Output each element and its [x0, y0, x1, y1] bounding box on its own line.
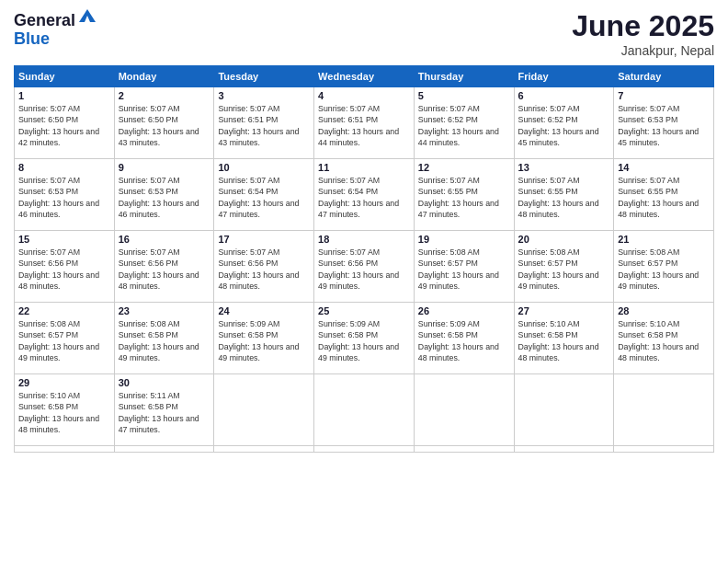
header-monday: Monday — [114, 66, 214, 87]
day-info: Sunrise: 5:10 AMSunset: 6:58 PMDaylight:… — [518, 318, 610, 363]
day-info: Sunrise: 5:07 AMSunset: 6:55 PMDaylight:… — [618, 175, 710, 220]
day-info: Sunrise: 5:07 AMSunset: 6:53 PMDaylight:… — [618, 103, 710, 148]
day-number: 24 — [218, 305, 310, 316]
title-location: Janakpur, Nepal — [572, 43, 714, 58]
table-row — [214, 446, 314, 453]
calendar-week-row: 15Sunrise: 5:07 AMSunset: 6:56 PMDayligh… — [15, 231, 714, 303]
calendar-week-row: 22Sunrise: 5:08 AMSunset: 6:57 PMDayligh… — [15, 303, 714, 374]
table-row: 11Sunrise: 5:07 AMSunset: 6:54 PMDayligh… — [314, 159, 415, 231]
day-info: Sunrise: 5:10 AMSunset: 6:58 PMDaylight:… — [618, 318, 710, 363]
day-info: Sunrise: 5:11 AMSunset: 6:58 PMDaylight:… — [119, 390, 210, 435]
title-month: June 2025 — [572, 9, 714, 43]
header-tuesday: Tuesday — [214, 66, 314, 87]
table-row — [314, 446, 415, 453]
table-row: 20Sunrise: 5:08 AMSunset: 6:57 PMDayligh… — [514, 231, 614, 303]
day-number: 17 — [218, 234, 310, 245]
logo: General Blue — [14, 9, 97, 49]
day-number: 13 — [518, 162, 610, 173]
title-block: June 2025 Janakpur, Nepal — [572, 9, 714, 58]
table-row: 13Sunrise: 5:07 AMSunset: 6:55 PMDayligh… — [514, 159, 614, 231]
table-row: 30Sunrise: 5:11 AMSunset: 6:58 PMDayligh… — [114, 374, 214, 446]
day-info: Sunrise: 5:07 AMSunset: 6:51 PMDaylight:… — [318, 103, 410, 148]
day-info: Sunrise: 5:07 AMSunset: 6:54 PMDaylight:… — [318, 175, 410, 220]
table-row: 2Sunrise: 5:07 AMSunset: 6:50 PMDaylight… — [114, 87, 214, 159]
table-row: 8Sunrise: 5:07 AMSunset: 6:53 PMDaylight… — [15, 159, 115, 231]
table-row: 1Sunrise: 5:07 AMSunset: 6:50 PMDaylight… — [15, 87, 115, 159]
day-number: 8 — [18, 162, 110, 173]
day-number: 15 — [18, 234, 110, 245]
day-number: 2 — [119, 90, 210, 101]
calendar-week-row: 8Sunrise: 5:07 AMSunset: 6:53 PMDaylight… — [15, 159, 714, 231]
day-info: Sunrise: 5:07 AMSunset: 6:52 PMDaylight:… — [418, 103, 510, 148]
header-sunday: Sunday — [15, 66, 115, 87]
header-saturday: Saturday — [614, 66, 714, 87]
table-row: 18Sunrise: 5:07 AMSunset: 6:56 PMDayligh… — [314, 231, 415, 303]
table-row: 10Sunrise: 5:07 AMSunset: 6:54 PMDayligh… — [214, 159, 314, 231]
day-info: Sunrise: 5:07 AMSunset: 6:50 PMDaylight:… — [119, 103, 210, 148]
table-row: 9Sunrise: 5:07 AMSunset: 6:53 PMDaylight… — [114, 159, 214, 231]
calendar-week-row: 29Sunrise: 5:10 AMSunset: 6:58 PMDayligh… — [15, 374, 714, 446]
day-number: 28 — [618, 305, 710, 316]
day-info: Sunrise: 5:07 AMSunset: 6:53 PMDaylight:… — [18, 175, 110, 220]
table-row: 3Sunrise: 5:07 AMSunset: 6:51 PMDaylight… — [214, 87, 314, 159]
table-row: 14Sunrise: 5:07 AMSunset: 6:55 PMDayligh… — [614, 159, 714, 231]
table-row: 23Sunrise: 5:08 AMSunset: 6:58 PMDayligh… — [114, 303, 214, 374]
day-info: Sunrise: 5:09 AMSunset: 6:58 PMDaylight:… — [218, 318, 310, 363]
day-number: 14 — [618, 162, 710, 173]
table-row — [514, 446, 614, 453]
day-number: 18 — [318, 234, 410, 245]
day-number: 20 — [518, 234, 610, 245]
table-row — [214, 374, 314, 446]
day-info: Sunrise: 5:09 AMSunset: 6:58 PMDaylight:… — [418, 318, 510, 363]
table-row: 26Sunrise: 5:09 AMSunset: 6:58 PMDayligh… — [414, 303, 514, 374]
table-row: 19Sunrise: 5:08 AMSunset: 6:57 PMDayligh… — [414, 231, 514, 303]
day-info: Sunrise: 5:10 AMSunset: 6:58 PMDaylight:… — [18, 390, 110, 435]
day-number: 4 — [318, 90, 410, 101]
day-info: Sunrise: 5:07 AMSunset: 6:55 PMDaylight:… — [518, 175, 610, 220]
day-info: Sunrise: 5:07 AMSunset: 6:55 PMDaylight:… — [418, 175, 510, 220]
day-number: 9 — [119, 162, 210, 173]
header: General Blue June 2025 Janakpur, Nepal — [14, 9, 714, 58]
day-number: 27 — [518, 305, 610, 316]
table-row — [514, 374, 614, 446]
page: General Blue June 2025 Janakpur, Nepal S… — [0, 0, 728, 563]
day-number: 16 — [119, 234, 210, 245]
table-row — [15, 446, 115, 453]
table-row: 6Sunrise: 5:07 AMSunset: 6:52 PMDaylight… — [514, 87, 614, 159]
calendar-week-row: 1Sunrise: 5:07 AMSunset: 6:50 PMDaylight… — [15, 87, 714, 159]
table-row: 16Sunrise: 5:07 AMSunset: 6:56 PMDayligh… — [114, 231, 214, 303]
table-row: 17Sunrise: 5:07 AMSunset: 6:56 PMDayligh… — [214, 231, 314, 303]
calendar-header-row: Sunday Monday Tuesday Wednesday Thursday… — [15, 66, 714, 87]
day-number: 23 — [119, 305, 210, 316]
day-number: 25 — [318, 305, 410, 316]
table-row: 24Sunrise: 5:09 AMSunset: 6:58 PMDayligh… — [214, 303, 314, 374]
day-number: 5 — [418, 90, 510, 101]
calendar-table: Sunday Monday Tuesday Wednesday Thursday… — [14, 65, 714, 453]
day-info: Sunrise: 5:08 AMSunset: 6:58 PMDaylight:… — [119, 318, 210, 363]
day-number: 10 — [218, 162, 310, 173]
day-info: Sunrise: 5:07 AMSunset: 6:56 PMDaylight:… — [218, 247, 310, 292]
logo-general: General — [14, 11, 75, 29]
table-row — [414, 374, 514, 446]
table-row: 7Sunrise: 5:07 AMSunset: 6:53 PMDaylight… — [614, 87, 714, 159]
header-wednesday: Wednesday — [314, 66, 415, 87]
day-number: 29 — [18, 377, 110, 388]
day-number: 22 — [18, 305, 110, 316]
day-number: 30 — [119, 377, 210, 388]
day-info: Sunrise: 5:07 AMSunset: 6:56 PMDaylight:… — [119, 247, 210, 292]
logo-blue: Blue — [14, 29, 50, 48]
day-info: Sunrise: 5:07 AMSunset: 6:56 PMDaylight:… — [318, 247, 410, 292]
table-row — [614, 374, 714, 446]
day-number: 26 — [418, 305, 510, 316]
day-info: Sunrise: 5:09 AMSunset: 6:58 PMDaylight:… — [318, 318, 410, 363]
day-info: Sunrise: 5:07 AMSunset: 6:53 PMDaylight:… — [119, 175, 210, 220]
day-info: Sunrise: 5:07 AMSunset: 6:54 PMDaylight:… — [218, 175, 310, 220]
day-number: 21 — [618, 234, 710, 245]
table-row: 25Sunrise: 5:09 AMSunset: 6:58 PMDayligh… — [314, 303, 415, 374]
table-row: 22Sunrise: 5:08 AMSunset: 6:57 PMDayligh… — [15, 303, 115, 374]
table-row: 12Sunrise: 5:07 AMSunset: 6:55 PMDayligh… — [414, 159, 514, 231]
day-number: 1 — [18, 90, 110, 101]
table-row: 5Sunrise: 5:07 AMSunset: 6:52 PMDaylight… — [414, 87, 514, 159]
day-number: 12 — [418, 162, 510, 173]
table-row: 21Sunrise: 5:08 AMSunset: 6:57 PMDayligh… — [614, 231, 714, 303]
